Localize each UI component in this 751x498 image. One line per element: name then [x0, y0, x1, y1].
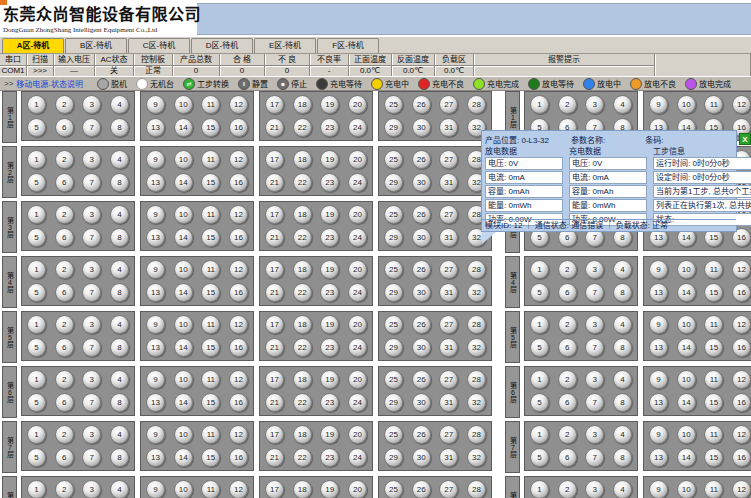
position-cell[interactable]: 15	[201, 118, 220, 137]
position-cell[interactable]: 1	[27, 370, 46, 389]
position-cell[interactable]: 23	[320, 338, 339, 357]
position-cell[interactable]: 13	[146, 448, 165, 467]
position-cell[interactable]: 23	[320, 393, 339, 412]
position-cell[interactable]: 13	[146, 283, 165, 302]
position-cell[interactable]: 19	[320, 260, 339, 279]
position-cell[interactable]: 17	[265, 205, 284, 224]
position-cell[interactable]: 17	[265, 370, 284, 389]
position-cell[interactable]: 18	[293, 260, 312, 279]
position-cell[interactable]: 22	[293, 228, 312, 247]
position-cell[interactable]: 2	[558, 260, 577, 279]
position-cell[interactable]: 11	[201, 95, 220, 114]
position-cell[interactable]: 12	[229, 205, 248, 224]
position-cell[interactable]: 7	[82, 228, 101, 247]
position-cell[interactable]: 1	[27, 95, 46, 114]
position-cell[interactable]: 8	[613, 448, 632, 467]
position-cell[interactable]: 16	[229, 338, 248, 357]
position-cell[interactable]: 30	[412, 118, 431, 137]
position-cell[interactable]: 9	[649, 480, 668, 498]
position-cell[interactable]: 30	[412, 283, 431, 302]
position-cell[interactable]: 17	[265, 425, 284, 444]
position-cell[interactable]: 15	[704, 393, 723, 412]
position-cell[interactable]: 12	[732, 95, 751, 114]
position-cell[interactable]: 13	[649, 448, 668, 467]
position-cell[interactable]: 9	[649, 370, 668, 389]
position-cell[interactable]: 22	[293, 393, 312, 412]
position-cell[interactable]: 32	[467, 283, 486, 302]
position-cell[interactable]: 15	[201, 338, 220, 357]
position-cell[interactable]: 27	[439, 425, 458, 444]
position-cell[interactable]: 11	[704, 95, 723, 114]
position-cell[interactable]: 14	[677, 338, 696, 357]
position-cell[interactable]: 2	[558, 315, 577, 334]
position-cell[interactable]: 11	[704, 315, 723, 334]
position-cell[interactable]: 19	[320, 370, 339, 389]
position-cell[interactable]: 2	[55, 480, 74, 498]
position-cell[interactable]: 1	[530, 370, 549, 389]
position-cell[interactable]: 8	[613, 338, 632, 357]
position-cell[interactable]: 14	[677, 283, 696, 302]
position-cell[interactable]: 27	[439, 260, 458, 279]
position-cell[interactable]: 16	[732, 393, 751, 412]
position-cell[interactable]: 6	[558, 338, 577, 357]
position-cell[interactable]: 13	[649, 393, 668, 412]
position-cell[interactable]: 31	[439, 228, 458, 247]
position-cell[interactable]: 8	[110, 448, 129, 467]
position-cell[interactable]: 20	[348, 260, 367, 279]
position-cell[interactable]: 19	[320, 150, 339, 169]
position-cell[interactable]: 8	[110, 173, 129, 192]
position-cell[interactable]: 29	[384, 118, 403, 137]
position-cell[interactable]: 29	[384, 173, 403, 192]
position-cell[interactable]: 32	[467, 393, 486, 412]
position-cell[interactable]: 21	[265, 118, 284, 137]
position-cell[interactable]: 13	[146, 393, 165, 412]
position-cell[interactable]: 1	[530, 480, 549, 498]
position-cell[interactable]: 8	[613, 393, 632, 412]
position-cell[interactable]: 21	[265, 173, 284, 192]
position-cell[interactable]: 4	[110, 425, 129, 444]
position-cell[interactable]: 20	[348, 480, 367, 498]
position-cell[interactable]: 12	[229, 315, 248, 334]
position-cell[interactable]: 16	[732, 448, 751, 467]
position-cell[interactable]: 19	[320, 425, 339, 444]
position-cell[interactable]: 6	[55, 338, 74, 357]
position-cell[interactable]: 7	[82, 448, 101, 467]
position-cell[interactable]: 11	[201, 425, 220, 444]
position-cell[interactable]: 2	[55, 260, 74, 279]
position-cell[interactable]: 14	[174, 393, 193, 412]
position-cell[interactable]: 2	[55, 370, 74, 389]
position-cell[interactable]: 12	[229, 425, 248, 444]
position-cell[interactable]: 10	[174, 150, 193, 169]
position-cell[interactable]: 25	[384, 315, 403, 334]
position-cell[interactable]: 2	[55, 150, 74, 169]
position-cell[interactable]: 28	[467, 95, 486, 114]
position-cell[interactable]: 11	[704, 260, 723, 279]
position-cell[interactable]: 10	[677, 370, 696, 389]
position-cell[interactable]: 18	[293, 205, 312, 224]
position-cell[interactable]: 24	[348, 448, 367, 467]
position-cell[interactable]: 12	[732, 480, 751, 498]
position-cell[interactable]: 21	[265, 228, 284, 247]
position-cell[interactable]: 10	[174, 370, 193, 389]
position-cell[interactable]: 27	[439, 480, 458, 498]
position-cell[interactable]: 21	[265, 393, 284, 412]
position-cell[interactable]: 16	[732, 283, 751, 302]
position-cell[interactable]: 12	[732, 370, 751, 389]
position-cell[interactable]: 18	[293, 95, 312, 114]
position-cell[interactable]: 6	[558, 283, 577, 302]
position-cell[interactable]: 5	[530, 448, 549, 467]
position-cell[interactable]: 28	[467, 425, 486, 444]
position-cell[interactable]: 2	[558, 425, 577, 444]
position-cell[interactable]: 5	[27, 228, 46, 247]
position-cell[interactable]: 1	[530, 260, 549, 279]
position-cell[interactable]: 18	[293, 315, 312, 334]
position-cell[interactable]: 25	[384, 425, 403, 444]
position-cell[interactable]: 14	[174, 448, 193, 467]
position-cell[interactable]: 31	[439, 448, 458, 467]
position-cell[interactable]: 3	[585, 315, 604, 334]
position-cell[interactable]: 23	[320, 228, 339, 247]
position-cell[interactable]: 26	[412, 260, 431, 279]
position-cell[interactable]: 17	[265, 150, 284, 169]
position-cell[interactable]: 18	[293, 150, 312, 169]
position-cell[interactable]: 15	[201, 448, 220, 467]
